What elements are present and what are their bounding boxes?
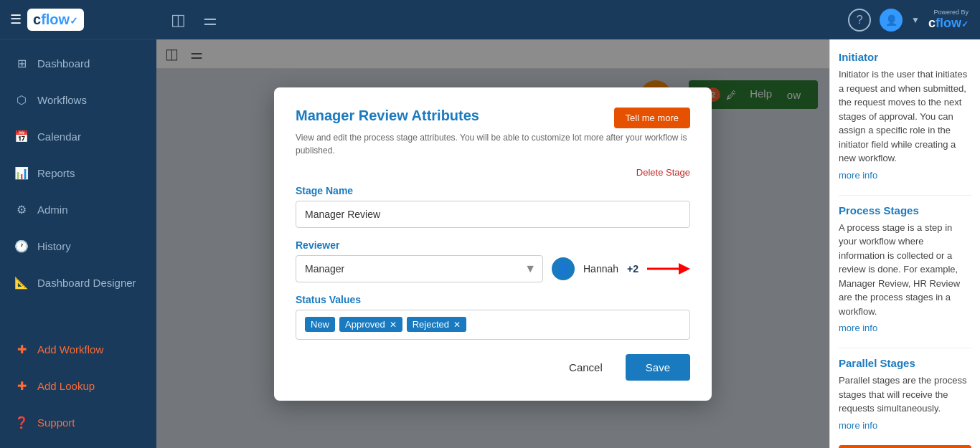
process-stages-more-info[interactable]: more info [839, 323, 877, 333]
support-icon: ❓ [14, 416, 29, 429]
logo-text: cflow✓ [33, 11, 78, 28]
user-avatar[interactable]: 👤 [880, 9, 903, 32]
modal-dialog: Manager Review Attributes Tell me more V… [274, 87, 712, 401]
red-arrow-icon [647, 259, 690, 279]
modal-subtitle: View and edit the process stage attribut… [296, 131, 690, 157]
sidebar-logo: ☰ cflow✓ [0, 0, 156, 39]
sidebar-item-label: Reports [37, 167, 75, 179]
content-area: ◫ ⚌ DEMO 2 🖉 Create Flow Help END [156, 39, 980, 448]
sidebar-item-dashboard[interactable]: ⊞ Dashboard [0, 45, 156, 82]
status-box: New Approved ✕ Rejected ✕ [296, 310, 690, 340]
sidebar-nav: ⊞ Dashboard ⬡ Workflows 📅 Calendar 📊 Rep… [0, 39, 156, 331]
right-panel-parallel-stages: Parallel Stages Parallel stages are the … [839, 357, 971, 431]
sidebar-item-history[interactable]: 🕐 History [0, 228, 156, 264]
topbar: ◫ ⚌ ? 👤 ▼ Powered By cflow✓ [156, 0, 980, 39]
canvas-area: ◫ ⚌ DEMO 2 🖉 Create Flow Help END [156, 39, 829, 448]
status-values-label: Status Values [296, 294, 690, 305]
process-stages-text: A process stage is a step in your workfl… [839, 221, 971, 319]
initiator-title: Initiator [839, 51, 971, 63]
reviewer-select-wrap: Manager ▼ [296, 255, 543, 282]
sidebar-item-label: Support [37, 416, 75, 429]
topbar-left: ◫ ⚌ [168, 8, 220, 32]
cflow-branding: Powered By cflow✓ [928, 9, 969, 31]
powered-by-text: Powered By [933, 9, 969, 16]
sidebar-item-admin[interactable]: ⚙ Admin [0, 191, 156, 228]
modal-title-text: Manager Review [296, 108, 412, 123]
reviewer-count: +2 [627, 263, 639, 275]
right-panel-process-stages: Process Stages A process stage is a step… [839, 204, 971, 334]
tag-rejected-label: Rejected [413, 319, 449, 330]
sidebar-item-add-lookup[interactable]: ✚ Add Lookup [0, 368, 156, 404]
save-button[interactable]: Save [626, 354, 690, 381]
tag-new-label: New [311, 319, 329, 330]
designer-icon: 📐 [14, 276, 29, 290]
right-panel: Initiator Initiator is the user that ini… [829, 39, 980, 448]
sidebar-item-label: Workflows [37, 94, 87, 106]
history-icon: 🕐 [14, 239, 29, 253]
sidebar-item-label: Dashboard [37, 57, 90, 70]
calendar-icon: 📅 [14, 130, 29, 143]
sidebar-item-label: Dashboard Designer [37, 277, 136, 289]
status-tag-rejected: Rejected ✕ [407, 317, 466, 332]
tree-icon[interactable]: ⚌ [200, 8, 220, 32]
sidebar-item-label: Add Workflow [37, 343, 103, 356]
sidebar-item-support[interactable]: ❓ Support [0, 404, 156, 441]
main-area: ◫ ⚌ ? 👤 ▼ Powered By cflow✓ ◫ ⚌ DEMO [156, 0, 980, 448]
modal-header: Manager Review Attributes Tell me more [296, 108, 690, 128]
sidebar-item-add-workflow[interactable]: ✚ Add Workflow [0, 331, 156, 368]
workflows-icon: ⬡ [14, 93, 29, 107]
stage-name-input[interactable] [296, 201, 690, 228]
status-tag-new: New [305, 317, 335, 332]
add-lookup-icon: ✚ [14, 379, 29, 393]
delete-stage-link[interactable]: Delete Stage [296, 167, 690, 178]
divider-2 [839, 348, 971, 348]
stage-name-label: Stage Name [296, 185, 690, 196]
modal-overlay: Manager Review Attributes Tell me more V… [156, 39, 829, 448]
parallel-stages-more-info[interactable]: more info [839, 420, 877, 431]
sidebar-item-dashboard-designer[interactable]: 📐 Dashboard Designer [0, 264, 156, 301]
cflow-logo: cflow✓ [928, 16, 969, 31]
sidebar-item-label: Admin [37, 204, 68, 216]
sidebar-item-label: Add Lookup [37, 380, 95, 392]
reviewer-select[interactable]: Manager [296, 255, 543, 282]
reviewer-label: Reviewer [296, 239, 690, 251]
initiator-text: Initiator is the user that initiates a r… [839, 67, 971, 166]
right-panel-initiator: Initiator Initiator is the user that ini… [839, 51, 971, 181]
reviewer-name: Hannah [583, 263, 618, 275]
tag-rejected-remove[interactable]: ✕ [453, 320, 461, 330]
tag-approved-remove[interactable]: ✕ [390, 320, 397, 330]
parallel-stages-title: Parallel Stages [839, 357, 971, 369]
sidebar-item-label: Calendar [37, 130, 81, 143]
process-stages-title: Process Stages [839, 204, 971, 216]
hamburger-icon[interactable]: ☰ [10, 11, 22, 27]
modal-footer: Cancel Save [296, 354, 690, 381]
tag-approved-label: Approved [345, 319, 385, 330]
sidebar-item-workflows[interactable]: ⬡ Workflows [0, 82, 156, 118]
grid-icon[interactable]: ◫ [168, 8, 189, 32]
sidebar-item-calendar[interactable]: 📅 Calendar [0, 118, 156, 155]
admin-icon: ⚙ [14, 203, 29, 216]
dashboard-icon: ⊞ [14, 57, 29, 70]
avatar-caret-icon[interactable]: ▼ [911, 15, 920, 25]
add-workflow-icon: ✚ [14, 343, 29, 356]
cancel-button[interactable]: Cancel [555, 354, 617, 381]
reports-icon: 📊 [14, 166, 29, 180]
modal-title-accent: Attributes [412, 108, 479, 123]
status-tag-approved: Approved ✕ [339, 317, 402, 332]
svg-marker-1 [679, 263, 690, 275]
reviewer-avatar: 👤 [552, 257, 575, 280]
help-circle-button[interactable]: ? [848, 9, 871, 32]
initiator-more-info[interactable]: more info [839, 170, 877, 181]
logo-box: cflow✓ [27, 9, 84, 31]
save-as-draft-button[interactable]: 💾 Save as Draft [839, 445, 971, 449]
parallel-stages-text: Parallel stages are the process stages t… [839, 373, 971, 416]
reviewer-row: Manager ▼ 👤 Hannah +2 [296, 255, 690, 282]
topbar-right: ? 👤 ▼ Powered By cflow✓ [848, 9, 969, 32]
modal-title: Manager Review Attributes [296, 108, 479, 124]
divider-1 [839, 195, 971, 196]
status-values-section: Status Values New Approved ✕ Rejected [296, 294, 690, 340]
sidebar: ☰ cflow✓ ⊞ Dashboard ⬡ Workflows 📅 Calen… [0, 0, 156, 448]
sidebar-item-reports[interactable]: 📊 Reports [0, 155, 156, 191]
tell-me-more-button[interactable]: Tell me more [614, 108, 690, 128]
sidebar-bottom: ✚ Add Workflow ✚ Add Lookup ❓ Support [0, 331, 156, 448]
